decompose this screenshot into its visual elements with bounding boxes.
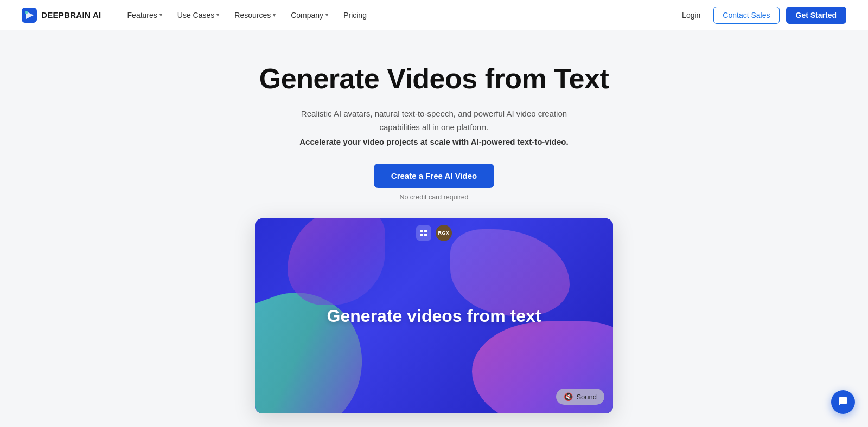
nav-company[interactable]: Company ▾ — [284, 7, 335, 24]
hero-subtitle-bold: Accelerate your video projects at scale … — [299, 137, 568, 146]
nav-pricing[interactable]: Pricing — [337, 7, 373, 24]
video-player: RGX Generate videos from text 🔇 Sound — [255, 218, 613, 413]
resources-chevron-icon: ▾ — [273, 12, 276, 18]
get-started-button[interactable]: Get Started — [786, 7, 846, 24]
sound-label: Sound — [576, 393, 597, 401]
svg-rect-2 — [25, 11, 28, 14]
navbar-actions: Login Contact Sales Get Started — [675, 7, 846, 24]
nav-links: Features ▾ Use Cases ▾ Resources ▾ Compa… — [121, 7, 676, 24]
avatar-badge[interactable]: RGX — [436, 225, 452, 241]
company-chevron-icon: ▾ — [326, 12, 328, 18]
no-cc-text: No credit card required — [399, 193, 468, 201]
main-content: Generate Videos from Text Realistic AI a… — [0, 30, 868, 427]
wave-top-left — [288, 218, 385, 305]
video-top-bar: RGX — [416, 225, 452, 241]
grid-icon — [420, 229, 427, 237]
login-button[interactable]: Login — [675, 7, 707, 24]
nav-features[interactable]: Features ▾ — [121, 7, 169, 24]
sound-button[interactable]: 🔇 Sound — [556, 389, 604, 405]
logo-link[interactable]: DEEPBRAIN AI — [22, 8, 101, 23]
wave-center-right — [450, 229, 570, 316]
svg-rect-6 — [424, 234, 427, 236]
hero-subtitle: Realistic AI avatars, natural text-to-sp… — [282, 107, 586, 134]
chat-icon — [837, 396, 849, 408]
logo-icon — [22, 8, 37, 23]
features-chevron-icon: ▾ — [159, 12, 162, 18]
create-video-button[interactable]: Create a Free AI Video — [374, 164, 494, 188]
nav-use-cases[interactable]: Use Cases ▾ — [171, 7, 226, 24]
chat-bubble-button[interactable] — [831, 390, 855, 414]
brand-name: DEEPBRAIN AI — [41, 10, 101, 20]
hero-title: Generate Videos from Text — [259, 63, 609, 95]
video-overlay-text: Generate videos from text — [327, 306, 541, 326]
contact-sales-button[interactable]: Contact Sales — [713, 7, 779, 24]
svg-rect-5 — [420, 234, 423, 236]
use-cases-chevron-icon: ▾ — [216, 12, 219, 18]
video-card[interactable]: RGX Generate videos from text 🔇 Sound — [255, 218, 613, 413]
video-grid-icon-btn[interactable] — [416, 225, 431, 241]
navbar: DEEPBRAIN AI Features ▾ Use Cases ▾ Reso… — [0, 0, 868, 30]
svg-rect-4 — [424, 230, 427, 232]
svg-rect-3 — [420, 230, 423, 232]
sound-muted-icon: 🔇 — [564, 392, 573, 401]
nav-resources[interactable]: Resources ▾ — [228, 7, 282, 24]
